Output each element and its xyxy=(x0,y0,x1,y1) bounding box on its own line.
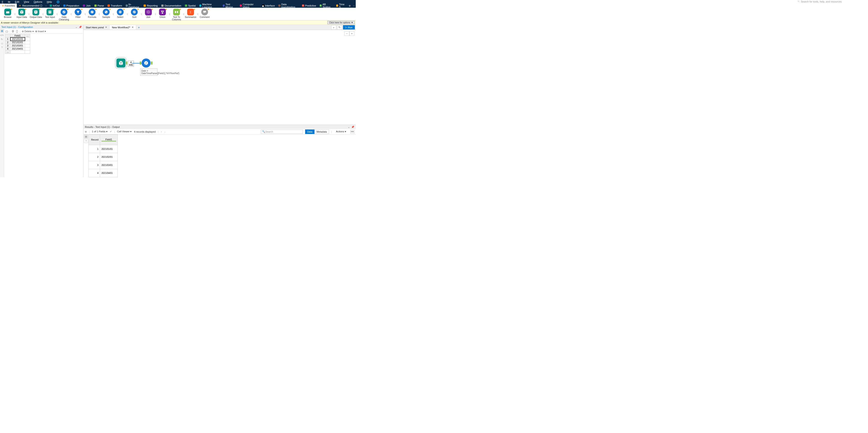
menu-options[interactable]: Options xyxy=(34,0,42,3)
results-panel: Results - Text Input (1) - Output ⌄📌 ≡ |… xyxy=(84,125,356,177)
sidetab-nav[interactable]: ↻ xyxy=(0,38,4,41)
cat-textmining[interactable]: Text Mining xyxy=(221,4,238,8)
close-icon[interactable]: ✕ xyxy=(105,26,107,29)
tool-data-cleansing[interactable]: ★Data Cleansing xyxy=(57,8,71,21)
delete-button[interactable]: ⊖ Delete ▾ xyxy=(22,30,34,33)
cat-spatial[interactable]: Spatial xyxy=(183,4,197,8)
tab-favorites[interactable]: ★ Favorites xyxy=(0,4,17,8)
arrow-down-icon[interactable]: ↓ xyxy=(164,130,166,133)
cat-join[interactable]: Join xyxy=(81,4,92,8)
menu-icon[interactable]: ≡ xyxy=(85,130,87,134)
cell-3[interactable]: 2021/03/01 xyxy=(10,44,25,47)
config-grid[interactable]: Field1… 12021/01/01 22021/02/01 32021/03… xyxy=(5,34,30,54)
history-button[interactable]: ↻ xyxy=(337,25,342,30)
results-grid[interactable]: RecordField1 12021/01/01 22021/02/01 320… xyxy=(89,134,118,177)
cat-parse[interactable]: Parse xyxy=(93,4,106,8)
globe-icon[interactable]: 🌐 xyxy=(57,0,60,3)
results-view-icon[interactable]: ▦ xyxy=(84,134,88,138)
tool-input-data[interactable]: ★Input Data xyxy=(15,8,29,19)
tool-comment[interactable]: ★Comment xyxy=(198,8,212,19)
notice-text: A newer version of Alteryx Designer x64 … xyxy=(1,21,59,24)
cat-datainv[interactable]: Data Investigation xyxy=(277,4,300,8)
tool-summarize[interactable]: ★ΣSummarize xyxy=(184,8,197,19)
results-help-icon[interactable]: ? xyxy=(84,139,88,143)
check-icon[interactable]: ✔ xyxy=(110,130,112,133)
cat-inout[interactable]: In/Out xyxy=(48,4,61,8)
ribbon-add-icon[interactable]: ⊕ xyxy=(347,4,352,7)
cell-1[interactable]: 2021/01/01 xyxy=(10,37,25,41)
tool-formula[interactable]: ★ƒFormula xyxy=(85,8,99,19)
import-icon[interactable] xyxy=(5,30,8,33)
tool-select[interactable]: ★Select xyxy=(114,8,127,19)
svg-rect-8 xyxy=(6,11,9,11)
tool-join[interactable]: ★Join xyxy=(142,8,155,19)
tool-text-to-columns[interactable]: ★Text To Columns xyxy=(170,8,183,21)
svg-point-16 xyxy=(105,11,106,12)
cat-indatabase[interactable]: In-Database xyxy=(124,4,142,8)
results-search[interactable]: 🔍 Search xyxy=(261,130,303,134)
tool-output-data[interactable]: ★Output Data xyxy=(29,8,43,19)
pin-icon[interactable]: 📌 xyxy=(79,26,82,29)
data-tab[interactable]: Data xyxy=(305,129,314,134)
node-text-input[interactable] xyxy=(116,59,125,68)
overflow-button[interactable]: » xyxy=(331,25,336,30)
zoom-out-button[interactable]: − xyxy=(344,31,349,36)
tab-recommended[interactable]: Recommended ⓘ xyxy=(17,4,44,8)
cat-transform[interactable]: Transform xyxy=(106,4,124,8)
chevron-down-icon[interactable]: ⌄ xyxy=(348,126,350,129)
paste-icon[interactable] xyxy=(16,30,19,33)
notice-options-button[interactable]: Click here for options ▼ xyxy=(328,21,355,24)
chevron-right-icon[interactable]: › xyxy=(352,4,356,7)
cell-2[interactable]: 2021/02/01 xyxy=(10,41,25,44)
menu-file[interactable]: File xyxy=(2,0,10,3)
menu-edit[interactable]: Edit xyxy=(15,0,19,3)
node-formula[interactable]: ƒ xyxy=(142,59,151,68)
chevron-down-icon[interactable]: ⌄ xyxy=(75,26,78,29)
cat-documentation[interactable]: Documentation xyxy=(159,4,183,8)
svg-text:ƒ: ƒ xyxy=(91,11,93,13)
sidetab-anno[interactable]: ◇ xyxy=(0,42,4,45)
tab-start-here[interactable]: Start Here.yxmd✕ xyxy=(84,25,110,30)
col-header[interactable]: Field1 xyxy=(10,34,25,38)
text-input-icon xyxy=(118,60,124,66)
actions-dropdown[interactable]: Actions ▾ xyxy=(334,129,348,134)
cat-reporting[interactable]: Reporting xyxy=(142,4,159,8)
cat-ml[interactable]: Machine Learning xyxy=(197,4,221,8)
tool-sort[interactable]: ★Sort xyxy=(127,8,141,19)
new-tab-button[interactable]: + xyxy=(136,25,142,30)
tool-filter[interactable]: ★Filter xyxy=(71,8,85,19)
sidetab-help[interactable]: ? xyxy=(0,46,4,49)
cat-time[interactable]: RTime S xyxy=(334,4,347,8)
run-button[interactable]: ▷ Run xyxy=(343,25,355,30)
close-icon[interactable]: ✕ xyxy=(132,26,134,29)
pin-icon[interactable]: 📌 xyxy=(351,126,354,129)
cat-cv[interactable]: Computer Vision xyxy=(238,4,260,8)
tab-new-workflow[interactable]: New Workflow2*✕ xyxy=(110,25,136,30)
tool-browse[interactable]: ★Browse xyxy=(1,8,14,19)
tool-union[interactable]: ★Union xyxy=(156,8,169,19)
arrow-up-icon[interactable]: ↑ xyxy=(161,130,162,133)
metadata-tab[interactable]: Metadata xyxy=(314,129,329,134)
col-record[interactable]: Record xyxy=(89,135,100,145)
sidetab-config[interactable]: ⚙ xyxy=(0,30,4,33)
menu-help[interactable]: Help xyxy=(47,0,52,3)
cat-interface[interactable]: ◆Interface xyxy=(260,4,277,8)
copy-icon[interactable] xyxy=(11,30,14,33)
cat-abtesting[interactable]: RAB Testing xyxy=(318,4,334,8)
insert-button[interactable]: ⊕ Insert ▾ xyxy=(35,30,46,33)
cat-predictive[interactable]: RPredictive xyxy=(300,4,318,8)
cat-preparation[interactable]: Preparation xyxy=(61,4,81,8)
chevron-left-icon[interactable]: ‹ xyxy=(44,4,48,7)
canvas[interactable]: − + 444b ƒ Date = DateTimeParse([Field1]… xyxy=(84,30,356,125)
zoom-in-button[interactable]: + xyxy=(349,31,354,36)
tool-text-input[interactable]: ★Text Input xyxy=(43,8,57,19)
sidetab-xml[interactable]: </> xyxy=(0,34,4,37)
results-box[interactable]: 000 xyxy=(350,130,354,134)
menu-view[interactable]: View xyxy=(24,0,29,3)
cell-4[interactable]: 2021/04/01 xyxy=(10,47,25,51)
tool-sample[interactable]: ★Sample xyxy=(99,8,113,19)
fields-dropdown[interactable]: 1 of 1 Fields ▾ xyxy=(92,130,107,133)
cell-viewer-dropdown[interactable]: Cell Viewer ▾ xyxy=(117,130,132,133)
svg-point-18 xyxy=(119,11,122,13)
col-field1[interactable]: Field1 xyxy=(105,138,112,141)
